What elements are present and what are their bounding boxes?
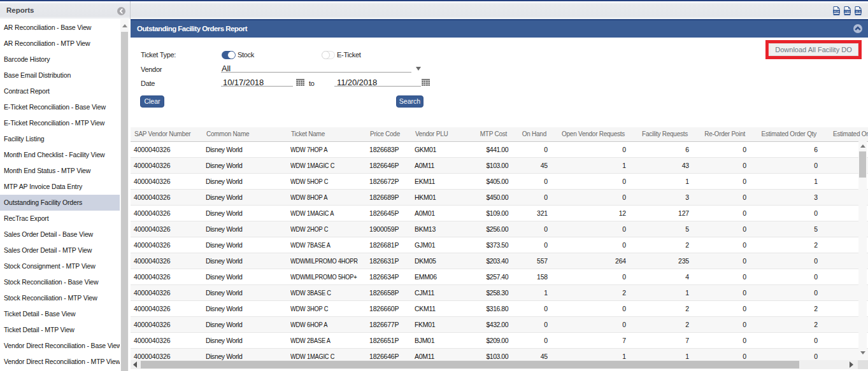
- svg-text:PDF: PDF: [834, 10, 839, 13]
- svg-text:CSV: CSV: [844, 10, 850, 13]
- svg-text:XLS: XLS: [856, 10, 861, 13]
